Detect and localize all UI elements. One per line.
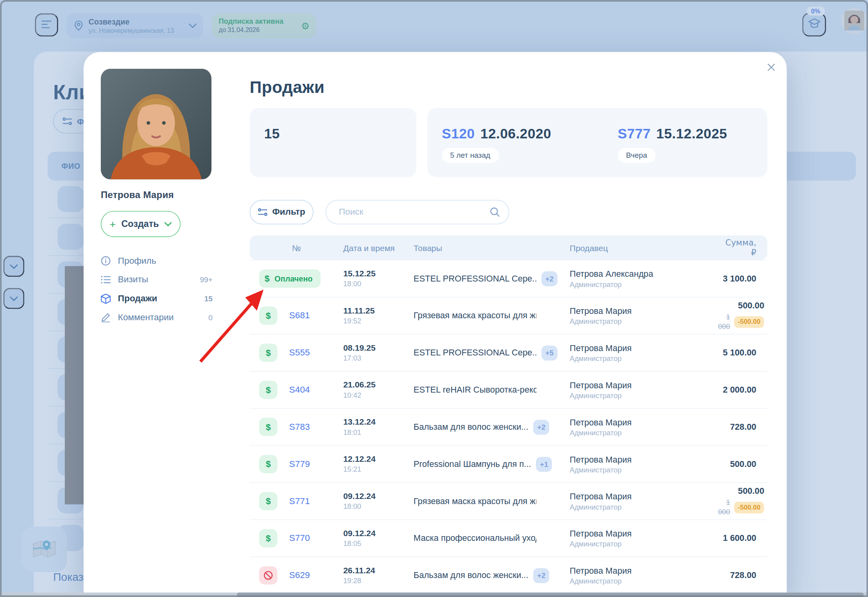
seller-role: Администратор — [570, 465, 718, 474]
dollar-icon: $ — [266, 311, 270, 321]
sale-row[interactable]: $ S404 21.06.25 10:42 ESTEL reHAIR Сывор… — [250, 371, 768, 408]
product-name: ESTEL PROFESSIONAL Сере... — [413, 274, 536, 283]
list-icon — [101, 275, 111, 284]
create-button[interactable]: + Создать — [101, 211, 181, 237]
payment-status-icon[interactable]: $ — [259, 566, 277, 584]
extra-products-badge[interactable]: +2 — [533, 419, 549, 435]
sales-table: $ Оплачено 15.12.25 18:00 ESTEL PROFESSI… — [250, 260, 768, 594]
dollar-icon: $ — [266, 422, 270, 432]
product-name: Бальзам для волос женски... — [413, 571, 528, 580]
sale-amount: 3 100.00 — [718, 273, 757, 284]
sale-amount: 500.00 — [718, 459, 757, 470]
sale-row[interactable]: $ S629 26.11.24 19:28 Бальзам для волос … — [250, 557, 768, 594]
menu-item-sales[interactable]: Продажи 15 — [101, 289, 213, 308]
sale-amount: 500.00 — [718, 300, 764, 311]
sale-id: S777 — [618, 126, 651, 141]
product-name: ESTEL PROFESSIONAL Сере... — [413, 348, 536, 358]
search-input[interactable] — [338, 206, 490, 217]
sale-amount: 2 000.00 — [718, 384, 757, 395]
filter-sliders-icon — [258, 208, 267, 216]
product-name: Грязевая маска красоты для жи... — [413, 311, 536, 321]
sale-row[interactable]: $ S770 09.12.24 18:05 Маска профессионал… — [250, 520, 768, 557]
seller-role: Администратор — [570, 354, 718, 363]
menu-label: Продажи — [118, 293, 157, 303]
menu-count: 0 — [208, 313, 213, 321]
sale-date: 15.12.2025 — [656, 126, 727, 141]
sale-time: 18:01 — [343, 428, 413, 438]
search-icon[interactable] — [490, 207, 500, 217]
sale-row[interactable]: $ S681 11.11.25 19:52 Грязевая маска кра… — [250, 297, 768, 334]
payment-status-icon[interactable]: $ — [259, 529, 277, 547]
old-amount: 1 000 — [718, 498, 730, 517]
menu-item-profile[interactable]: Профиль — [101, 251, 213, 270]
stat-value: 15 — [264, 126, 416, 142]
scrollbar-thumb[interactable] — [237, 593, 864, 597]
product-name: Маска профессиональный уход... — [413, 533, 536, 543]
sale-date: 11.11.25 — [343, 305, 413, 316]
menu-item-visits[interactable]: Визиты 99+ — [101, 270, 213, 289]
payment-status-icon[interactable]: $ — [259, 344, 277, 362]
dollar-icon: $ — [266, 496, 270, 506]
sale-date: 12.06.2020 — [480, 126, 551, 141]
payment-status-icon[interactable]: $ — [259, 306, 277, 325]
extra-products-badge[interactable]: +5 — [542, 345, 557, 360]
payment-status-icon[interactable]: $ Оплачено — [259, 269, 321, 287]
seller-name: Петрова Мария — [570, 380, 718, 390]
sale-id: S120 — [442, 126, 475, 141]
sale-number[interactable]: S783 — [280, 422, 319, 432]
sale-number[interactable]: S779 — [280, 459, 319, 469]
sale-date: 13.12.24 — [343, 416, 413, 427]
seller-role: Администратор — [570, 540, 718, 548]
sale-row[interactable]: $ S783 13.12.24 18:01 Бальзам для волос … — [250, 408, 768, 445]
seller-name: Петрова Александра — [570, 269, 718, 279]
sale-number[interactable]: S555 — [280, 348, 319, 358]
stat-last-sale: Последняя продажа S77715.12.2025 Вчера — [618, 121, 727, 177]
menu-item-comments[interactable]: Комментарии 0 — [101, 308, 213, 327]
discount-badge: -500.00 — [734, 316, 764, 328]
sales-filter-button[interactable]: Фильтр — [250, 200, 313, 225]
sale-time: 18:00 — [343, 280, 413, 289]
app-window: Созвездие ул. Новочеремушкинская, 13 Под… — [0, 0, 868, 597]
payment-status-icon[interactable]: $ — [259, 455, 277, 473]
info-icon — [101, 256, 111, 266]
discount-badge: -500.00 — [734, 502, 764, 514]
seller-role: Администратор — [570, 280, 718, 288]
sale-number[interactable]: S629 — [280, 571, 319, 580]
stat-dates-card: Первая продажа S12012.06.2020 5 лет наза… — [427, 108, 767, 177]
sale-amount: 1 600.00 — [718, 533, 757, 544]
dollar-icon: $ — [266, 459, 270, 469]
seller-name: Петрова Мария — [570, 529, 718, 538]
payment-status-icon[interactable]: $ — [259, 418, 277, 436]
sale-number[interactable]: S681 — [280, 311, 319, 321]
sale-row[interactable]: $ Оплачено 15.12.25 18:00 ESTEL PROFESSI… — [250, 260, 768, 297]
sale-number[interactable]: S404 — [280, 385, 319, 395]
status-tooltip: Оплачено — [275, 274, 313, 283]
column-datetime: Дата и время — [343, 243, 413, 252]
horizontal-scrollbar[interactable] — [0, 593, 868, 597]
menu-label: Профиль — [118, 256, 156, 266]
sales-modal: Петрова Мария + Создать Профиль Визиты 9… — [84, 52, 787, 597]
sale-number[interactable]: S771 — [280, 496, 319, 506]
extra-products-badge[interactable]: +1 — [536, 457, 552, 472]
payment-status-icon[interactable]: $ — [259, 381, 277, 399]
pencil-icon — [101, 312, 111, 322]
seller-name: Петрова Мария — [570, 566, 718, 576]
menu-count: 99+ — [200, 276, 213, 284]
sale-amount: 728.00 — [718, 570, 757, 581]
sale-time: 18:05 — [343, 540, 413, 549]
sale-row[interactable]: $ S771 09.12.24 18:00 Грязевая маска кра… — [250, 482, 768, 520]
sale-amount: 5 100.00 — [718, 347, 757, 358]
client-photo — [101, 69, 211, 179]
dollar-icon: $ — [266, 348, 270, 358]
sale-row[interactable]: $ S779 12.12.24 15:21 Professional Шампу… — [250, 445, 768, 482]
sale-number[interactable]: S770 — [280, 533, 319, 543]
sale-time: 19:28 — [343, 577, 413, 586]
dollar-icon: $ — [265, 274, 270, 283]
close-icon[interactable] — [764, 60, 778, 74]
extra-products-badge[interactable]: +2 — [533, 568, 549, 583]
extra-products-badge[interactable]: +2 — [542, 271, 557, 286]
stat-total-sales: Всего продаж 15 — [250, 108, 417, 177]
sale-row[interactable]: $ S555 08.19.25 17:03 ESTEL PROFESSIONAL… — [250, 334, 768, 371]
payment-status-icon[interactable]: $ — [259, 492, 277, 510]
sale-time: 19:52 — [343, 317, 413, 327]
